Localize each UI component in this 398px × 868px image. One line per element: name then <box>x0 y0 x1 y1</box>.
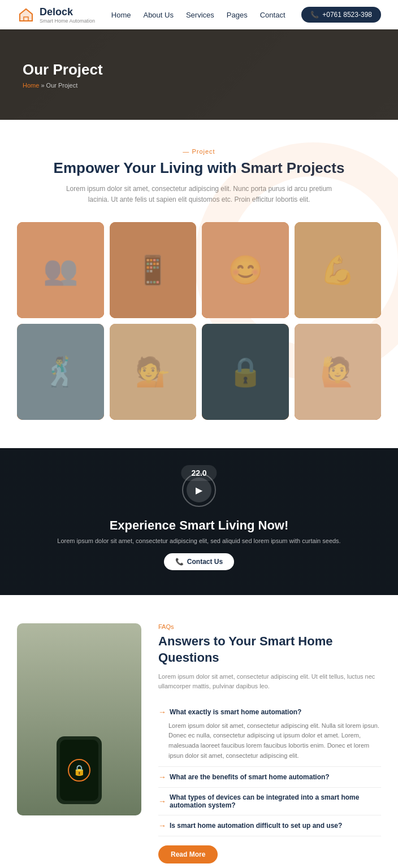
faq-image: 🔒 <box>17 623 141 815</box>
nav-services[interactable]: Services <box>186 11 214 19</box>
faq-arrow-1: → <box>158 772 166 782</box>
faq-tag: FAQs <box>158 623 381 630</box>
contact-us-button[interactable]: 📞 Contact Us <box>164 553 234 570</box>
brand-tagline: Smart Home Automation <box>40 18 95 24</box>
breadcrumb: Home » Our Project <box>23 82 375 89</box>
faq-phone: 🔒 <box>57 736 102 804</box>
navbar: Delock Smart Home Automation Home About … <box>0 0 398 29</box>
project-card-2[interactable]: 📱 ✦ Energy Management <box>110 222 197 318</box>
faq-item-0: → What exactly is smart home automation?… <box>158 702 381 767</box>
nav-pages[interactable]: Pages <box>227 11 248 19</box>
logo-icon <box>17 6 35 24</box>
faq-title: Answers to Your Smart Home Questions <box>158 633 381 666</box>
brand-name: Delock <box>40 6 73 18</box>
temperature-display: 22.0 <box>181 465 217 481</box>
faq-item-1: → What are the benefits of smart home au… <box>158 767 381 788</box>
video-section: 22.0 ▶ Experience Smart Living Now! Lore… <box>0 448 398 595</box>
faq-arrow-3: → <box>158 821 166 830</box>
breadcrumb-home[interactable]: Home <box>23 82 39 89</box>
project-card-4[interactable]: 💪 ✦ Health Monitoring <box>295 222 382 318</box>
read-more-button[interactable]: Read More <box>158 845 218 863</box>
faq-item-3: → Is smart home automation difficult to … <box>158 815 381 836</box>
project-card-3[interactable]: 😊 ✦ Smart Entertainment <box>202 222 289 318</box>
project-card-5[interactable]: 🕺 ✦ Smart Security <box>17 324 104 420</box>
breadcrumb-current: Our Project <box>46 82 78 89</box>
lock-icon: 🔒 <box>68 759 90 782</box>
phone-icon: 📞 <box>310 11 319 19</box>
card-photo-1: 👥 <box>17 222 104 318</box>
contact-icon: 📞 <box>175 558 184 566</box>
projects-grid-row2: 🕺 ✦ Smart Security 💁 ✦ Energy Management <box>17 324 381 420</box>
project-card-1[interactable]: 👥 ✦ Smart Security <box>17 222 104 318</box>
hero-banner: Our Project Home » Our Project <box>0 29 398 120</box>
video-desc: Lorem ipsum dolor sit amet, consectetur … <box>57 537 340 544</box>
nav-about[interactable]: About Us <box>143 11 173 19</box>
project-card-8[interactable]: 🙋 ✦ Health Monitoring <box>295 324 382 420</box>
faq-question-1[interactable]: → What are the benefits of smart home au… <box>158 772 381 782</box>
project-tag: — Project <box>17 148 381 155</box>
project-card-6[interactable]: 💁 ✦ Energy Management <box>110 324 197 420</box>
logo: Delock Smart Home Automation <box>17 6 95 24</box>
hero-content: Our Project Home » Our Project <box>23 61 375 89</box>
breadcrumb-sep: » <box>41 82 46 89</box>
phone-number: +0761 8523-398 <box>322 11 372 19</box>
video-title: Experience Smart Living Now! <box>110 518 289 533</box>
nav-links: Home About Us Services Pages Contact <box>111 11 285 19</box>
nav-contact[interactable]: Contact <box>260 11 285 19</box>
projects-grid-row1: 👥 ✦ Smart Security 📱 ✦ Energy Management <box>17 222 381 318</box>
faq-arrow-0: → <box>158 708 166 717</box>
nav-home[interactable]: Home <box>111 11 131 19</box>
project-section-title: Empower Your Living with Smart Projects <box>17 159 381 177</box>
faq-section: 🔒 FAQs Answers to Your Smart Home Questi… <box>0 595 398 868</box>
faq-desc: Lorem ipsum dolor sit amet, consectetur … <box>158 672 381 692</box>
project-card-7[interactable]: 🔒 ✦ Smart Entertainment <box>202 324 289 420</box>
faq-arrow-2: → <box>158 797 166 806</box>
faq-question-2[interactable]: → What types of devices can be integrate… <box>158 793 381 809</box>
nav-phone[interactable]: 📞 +0761 8523-398 <box>301 7 381 23</box>
hero-title: Our Project <box>23 61 375 79</box>
projects-section: — Project Empower Your Living with Smart… <box>0 120 398 448</box>
faq-item-2: → What types of devices can be integrate… <box>158 788 381 815</box>
faq-content: FAQs Answers to Your Smart Home Question… <box>158 623 381 863</box>
faq-question-0[interactable]: → What exactly is smart home automation? <box>158 708 381 717</box>
faq-question-3[interactable]: → Is smart home automation difficult to … <box>158 821 381 830</box>
faq-answer-0: Lorem ipsum dolor sit amet, consectetur … <box>158 721 381 761</box>
project-section-desc: Lorem ipsum dolor sit amet, consectetur … <box>63 184 335 205</box>
play-button[interactable]: ▶ <box>187 478 211 502</box>
